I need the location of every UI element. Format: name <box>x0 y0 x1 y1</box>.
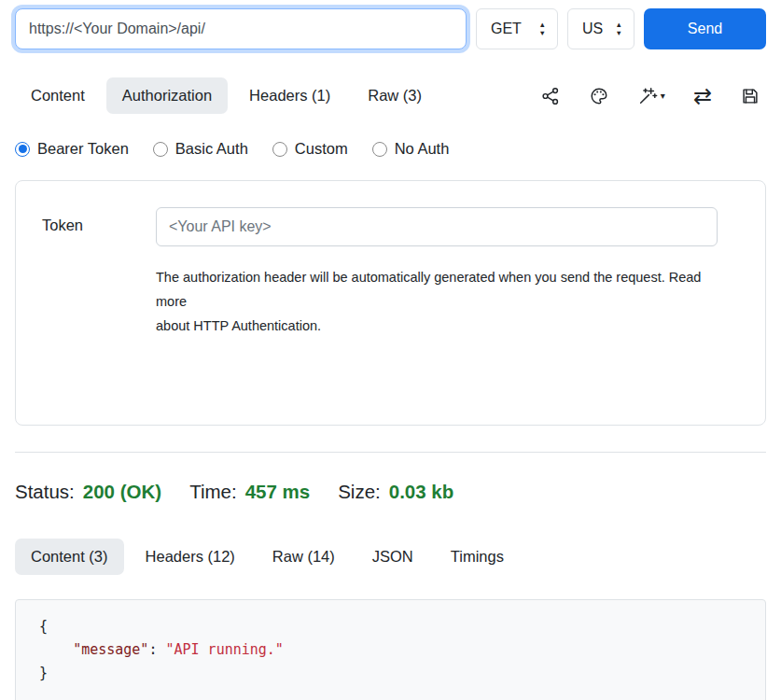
tab-response-content[interactable]: Content (3) <box>15 539 124 575</box>
radio-icon <box>272 142 287 157</box>
toolbar: ▾ ⇄ <box>540 85 766 107</box>
arrow-up-icon: ▲ <box>539 21 546 29</box>
json-indent <box>39 641 73 658</box>
json-key: "message" <box>73 641 148 658</box>
auth-panel: Token The authorization header will be a… <box>15 180 766 426</box>
radio-bearer-token[interactable]: Bearer Token <box>15 140 129 158</box>
palette-icon[interactable] <box>589 86 609 106</box>
request-tabs-row: Content Authorization Headers (1) Raw (3… <box>15 77 766 114</box>
method-select[interactable]: GET ▲ ▼ <box>476 8 558 49</box>
radio-basic-auth[interactable]: Basic Auth <box>153 140 248 158</box>
auth-help-text: The authorization header will be automat… <box>156 265 718 338</box>
auth-options: Bearer Token Basic Auth Custom No Auth <box>15 140 766 158</box>
auth-help-line-2: about HTTP Authentication. <box>156 318 321 333</box>
response-body: { "message": "API running." } <box>15 599 766 700</box>
tab-content[interactable]: Content <box>15 77 101 114</box>
json-value: "API running." <box>165 641 283 658</box>
json-close-brace: } <box>39 665 48 681</box>
token-input[interactable] <box>156 207 718 246</box>
arrow-up-icon: ▲ <box>616 21 622 29</box>
auth-help-line-1: The authorization header will be automat… <box>156 270 701 309</box>
token-field-column: The authorization header will be automat… <box>156 207 718 338</box>
time-label: Time: <box>189 481 237 503</box>
select-arrows-icon: ▲ ▼ <box>539 21 546 36</box>
arrow-down-icon: ▼ <box>539 30 546 37</box>
time-item: Time: 457 ms <box>189 481 310 503</box>
radio-label: No Auth <box>395 140 450 158</box>
request-bar: GET ▲ ▼ US ▲ ▼ Send <box>15 8 766 49</box>
tab-response-raw[interactable]: Raw (14) <box>257 539 351 575</box>
save-icon[interactable] <box>740 86 760 106</box>
radio-icon <box>372 142 387 157</box>
json-open-brace: { <box>39 618 48 635</box>
size-label: Size: <box>338 481 381 503</box>
tab-authorization[interactable]: Authorization <box>106 77 228 114</box>
method-select-value: GET <box>491 21 522 37</box>
swap-glyph: ⇄ <box>693 85 712 107</box>
status-value: 200 (OK) <box>83 481 161 503</box>
api-client-page: GET ▲ ▼ US ▲ ▼ Send Content Authorizatio… <box>0 0 781 700</box>
status-label: Status: <box>15 481 75 503</box>
token-label: Token <box>42 207 156 338</box>
swap-arrows-icon[interactable]: ⇄ <box>693 85 712 107</box>
response-json: { "message": "API running." } <box>39 615 742 685</box>
radio-custom[interactable]: Custom <box>272 140 348 158</box>
response-tabs: Content (3) Headers (12) Raw (14) JSON T… <box>15 539 766 575</box>
size-item: Size: 0.03 kb <box>338 481 453 503</box>
magic-wand-icon[interactable]: ▾ <box>637 86 665 106</box>
radio-label: Custom <box>295 140 348 158</box>
arrow-down-icon: ▼ <box>616 30 622 37</box>
radio-selected-icon <box>15 142 30 157</box>
radio-label: Basic Auth <box>175 140 248 158</box>
status-item: Status: 200 (OK) <box>15 481 161 503</box>
radio-no-auth[interactable]: No Auth <box>372 140 450 158</box>
section-divider <box>15 452 766 453</box>
token-row: Token The authorization header will be a… <box>42 207 739 338</box>
send-button[interactable]: Send <box>644 8 766 49</box>
region-select[interactable]: US ▲ ▼ <box>567 8 635 49</box>
region-select-value: US <box>582 21 603 37</box>
select-arrows-icon: ▲ ▼ <box>616 21 622 36</box>
caret-down-icon: ▾ <box>661 91 665 101</box>
response-status: Status: 200 (OK) Time: 457 ms Size: 0.03… <box>15 481 766 503</box>
request-tabs: Content Authorization Headers (1) Raw (3… <box>15 77 438 114</box>
tab-response-headers[interactable]: Headers (12) <box>130 539 251 575</box>
tab-response-timings[interactable]: Timings <box>435 539 520 575</box>
json-colon: : <box>148 641 165 658</box>
url-input[interactable] <box>15 8 467 49</box>
tab-response-json[interactable]: JSON <box>356 539 429 575</box>
radio-label: Bearer Token <box>37 140 129 158</box>
tab-headers[interactable]: Headers (1) <box>233 77 346 114</box>
size-value: 0.03 kb <box>389 481 454 503</box>
radio-icon <box>153 142 168 157</box>
time-value: 457 ms <box>245 481 311 503</box>
share-icon[interactable] <box>540 86 561 106</box>
tab-raw[interactable]: Raw (3) <box>352 77 438 114</box>
